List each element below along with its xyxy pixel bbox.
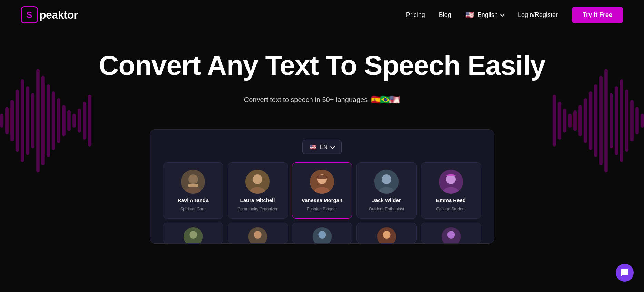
app-flag-icon: 🇺🇸 bbox=[310, 144, 316, 150]
hero-subtitle-text: Convert text to speech in 50+ languages bbox=[244, 96, 368, 104]
voice-role-ravi: Spiritual Guru bbox=[180, 207, 205, 211]
voices-grid-second bbox=[160, 223, 484, 243]
voice-name-laura: Laura Mitchell bbox=[240, 197, 275, 203]
language-label: English bbox=[477, 11, 498, 19]
flag-icon: 🇺🇸 bbox=[465, 10, 475, 20]
app-chevron-icon bbox=[330, 144, 335, 149]
svg-point-24 bbox=[383, 231, 390, 239]
nav-right: Pricing Blog 🇺🇸 English Login/Register T… bbox=[406, 7, 623, 23]
voice-avatar-small-5 bbox=[442, 227, 461, 243]
voice-card-small-2[interactable] bbox=[228, 223, 288, 243]
svg-point-20 bbox=[254, 231, 261, 239]
app-lang-code: EN bbox=[320, 144, 328, 150]
voice-name-emma: Emma Reed bbox=[436, 197, 466, 203]
try-it-free-button[interactable]: Try It Free bbox=[572, 7, 623, 23]
svg-point-22 bbox=[318, 231, 326, 239]
voice-avatar-emma bbox=[439, 170, 463, 194]
voice-avatar-small-3 bbox=[313, 227, 332, 243]
voice-name-jack: Jack Wilder bbox=[372, 197, 401, 203]
app-demo: 🇺🇸 EN Ravi Ananda Spiritual Guru bbox=[150, 129, 494, 244]
hero-title: Convert Any Text To Speech Easily bbox=[7, 50, 637, 81]
voice-role-vanessa: Fashion Blogger bbox=[307, 207, 337, 211]
svg-point-15 bbox=[446, 174, 456, 184]
flags-group: 🇪🇸 🇧🇷 🇺🇸 bbox=[373, 94, 400, 105]
svg-point-18 bbox=[189, 231, 197, 239]
voice-card-jack[interactable]: Jack Wilder Outdoor Enthusiast bbox=[356, 162, 417, 219]
language-selector[interactable]: 🇺🇸 English bbox=[465, 10, 504, 20]
svg-point-5 bbox=[253, 174, 262, 184]
voice-role-jack: Outdoor Enthusiast bbox=[369, 207, 404, 211]
voice-name-ravi: Ravi Ananda bbox=[178, 197, 209, 203]
voice-avatar-laura bbox=[245, 170, 270, 194]
voice-avatar-ravi bbox=[181, 170, 205, 194]
svg-rect-3 bbox=[188, 184, 198, 187]
blog-link[interactable]: Blog bbox=[439, 11, 451, 19]
voice-role-laura: Community Organizer bbox=[238, 207, 278, 211]
pricing-link[interactable]: Pricing bbox=[406, 11, 425, 19]
voices-grid: Ravi Ananda Spiritual Guru Laura Mitchel… bbox=[160, 162, 484, 219]
voice-card-vanessa[interactable]: Vanessa Morgan Fashion Blogger bbox=[292, 162, 352, 219]
logo[interactable]: S peaktor bbox=[21, 6, 78, 23]
hero-section: Convert Any Text To Speech Easily Conver… bbox=[0, 30, 644, 129]
lang-dropdown[interactable]: 🇺🇸 EN bbox=[302, 140, 342, 154]
chat-widget[interactable] bbox=[616, 264, 634, 282]
voice-avatar-small-4 bbox=[377, 227, 396, 243]
voice-card-small-4[interactable] bbox=[356, 223, 417, 243]
logo-text: peaktor bbox=[39, 9, 78, 21]
voice-avatar-small-2 bbox=[248, 227, 267, 243]
hero-subtitle: Convert text to speech in 50+ languages … bbox=[7, 94, 637, 105]
svg-point-12 bbox=[382, 174, 391, 184]
navbar: S peaktor Pricing Blog 🇺🇸 English Login/… bbox=[0, 0, 644, 30]
svg-point-10 bbox=[316, 175, 328, 179]
flag-us: 🇺🇸 bbox=[389, 94, 400, 105]
voice-card-ravi[interactable]: Ravi Ananda Spiritual Guru bbox=[163, 162, 223, 219]
voice-avatar-vanessa bbox=[310, 170, 334, 194]
voice-card-emma[interactable]: Emma Reed College Student bbox=[421, 162, 481, 219]
voice-avatar-jack bbox=[374, 170, 399, 194]
voice-card-small-3[interactable] bbox=[292, 223, 352, 243]
login-register-link[interactable]: Login/Register bbox=[518, 11, 558, 19]
svg-point-26 bbox=[447, 231, 455, 239]
chevron-down-icon bbox=[500, 12, 505, 17]
voice-card-small-5[interactable] bbox=[421, 223, 481, 243]
voice-avatar-small-1 bbox=[184, 227, 203, 243]
svg-point-1 bbox=[188, 174, 198, 184]
voice-card-laura[interactable]: Laura Mitchell Community Organizer bbox=[228, 162, 288, 219]
voice-name-vanessa: Vanessa Morgan bbox=[302, 197, 342, 203]
lang-selector: 🇺🇸 EN bbox=[160, 140, 484, 154]
voice-role-emma: College Student bbox=[436, 207, 465, 211]
voice-card-small-1[interactable] bbox=[163, 223, 223, 243]
logo-icon: S bbox=[21, 6, 38, 23]
